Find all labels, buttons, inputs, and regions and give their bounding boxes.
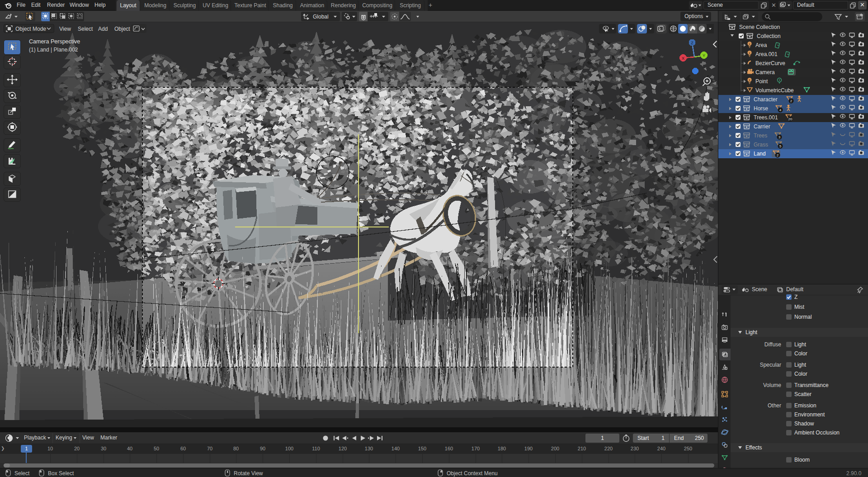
svg-text:X: X: [682, 56, 684, 61]
svg-text:Scene Collection: Scene Collection: [739, 24, 780, 30]
svg-text:Area: Area: [755, 42, 767, 48]
svg-text:Land: Land: [754, 151, 766, 157]
svg-text:Point: Point: [755, 78, 768, 85]
svg-text:Collection: Collection: [757, 33, 781, 39]
svg-text:Trees: Trees: [754, 132, 767, 139]
svg-text:Grass: Grass: [754, 142, 768, 148]
svg-text:VolumetricCube: VolumetricCube: [755, 87, 794, 94]
svg-text:Global: Global: [313, 14, 329, 20]
svg-text:Horse: Horse: [754, 105, 768, 112]
svg-text:2: 2: [790, 99, 793, 103]
svg-text:20: 20: [788, 117, 793, 121]
svg-text:Carrier: Carrier: [754, 123, 770, 130]
svg-text:Area.001: Area.001: [755, 51, 778, 57]
svg-text:BezierCurve: BezierCurve: [755, 60, 785, 66]
svg-text:Trees.001: Trees.001: [754, 114, 778, 121]
svg-text:Y: Y: [703, 53, 705, 58]
svg-text:2: 2: [777, 153, 779, 157]
svg-text:3: 3: [778, 135, 781, 139]
svg-text:5: 5: [779, 144, 782, 148]
svg-text:Z: Z: [691, 41, 693, 45]
svg-text:Character: Character: [754, 96, 778, 103]
svg-text:4: 4: [779, 108, 782, 112]
svg-text:Camera: Camera: [755, 69, 775, 76]
